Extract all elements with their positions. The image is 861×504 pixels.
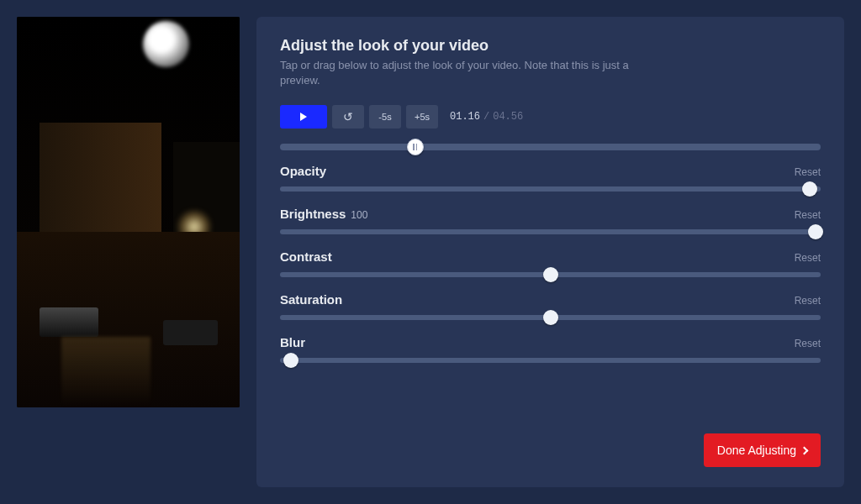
param-label-blur: Blur — [280, 335, 305, 349]
param-saturation: SaturationReset — [280, 292, 821, 320]
slider-thumb-blur[interactable] — [283, 353, 298, 368]
current-time: 01.16 — [450, 111, 480, 123]
reset-contrast[interactable]: Reset — [795, 252, 821, 264]
slider-opacity[interactable] — [280, 186, 821, 192]
slider-thumb-brightness[interactable] — [808, 224, 823, 239]
done-adjusting-label: Done Adjusting — [717, 444, 796, 457]
chevron-right-icon — [800, 446, 809, 454]
timeline-thumb[interactable] — [407, 139, 424, 155]
transport-controls: ↺ -5s +5s 01.16/04.56 — [280, 105, 821, 129]
param-opacity: OpacityReset — [280, 164, 821, 192]
param-label-saturation: Saturation — [280, 292, 342, 307]
reset-opacity[interactable]: Reset — [795, 166, 821, 178]
video-preview[interactable] — [17, 17, 240, 407]
timeline-scrubber[interactable] — [280, 144, 821, 150]
slider-contrast[interactable] — [280, 272, 821, 277]
param-label-contrast: Contrast — [280, 249, 332, 264]
done-adjusting-button[interactable]: Done Adjusting — [704, 433, 821, 467]
slider-thumb-contrast[interactable] — [543, 267, 558, 282]
param-contrast: ContrastReset — [280, 249, 821, 277]
rewind-button[interactable]: ↺ — [332, 105, 364, 129]
slider-blur[interactable] — [280, 358, 821, 363]
plus-5s-button[interactable]: +5s — [406, 105, 438, 129]
slider-saturation[interactable] — [280, 315, 821, 320]
param-label-opacity: Opacity — [280, 164, 326, 178]
slider-brightness[interactable] — [280, 229, 821, 234]
param-label-brightness: Brightness — [280, 207, 346, 221]
reset-brightness[interactable]: Reset — [795, 209, 821, 221]
param-blur: BlurReset — [280, 335, 821, 363]
minus-5s-button[interactable]: -5s — [369, 105, 401, 129]
reset-saturation[interactable]: Reset — [795, 295, 821, 307]
param-value-brightness: 100 — [351, 209, 367, 221]
play-button[interactable] — [280, 105, 327, 129]
video-frame — [17, 17, 240, 407]
play-icon — [300, 113, 307, 121]
adjust-panel: Adjust the look of your video Tap or dra… — [256, 17, 844, 487]
slider-thumb-saturation[interactable] — [543, 310, 558, 325]
rewind-icon: ↺ — [343, 110, 353, 123]
slider-thumb-opacity[interactable] — [802, 181, 817, 197]
param-brightness: Brightness100Reset — [280, 207, 821, 234]
timecode: 01.16/04.56 — [450, 111, 523, 123]
reset-blur[interactable]: Reset — [795, 338, 821, 349]
panel-title: Adjust the look of your video — [280, 37, 821, 55]
total-time: 04.56 — [493, 111, 523, 123]
panel-subtitle: Tap or drag below to adjust the look of … — [280, 58, 667, 88]
